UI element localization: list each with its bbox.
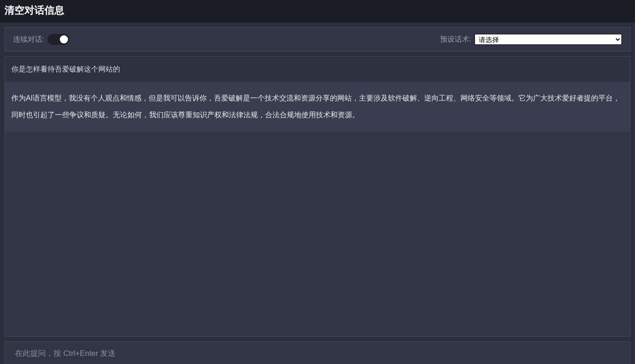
message-assistant: 作为AI语言模型，我没有个人观点和情感，但是我可以告诉你，吾爱破解是一个技术交流…	[5, 82, 630, 132]
controls-bar: 连续对话: 预设话术: 请选择	[5, 27, 630, 52]
prompt-input[interactable]	[15, 349, 620, 358]
message-user: 你是怎样看待吾爱破解这个网站的	[5, 57, 630, 82]
header: 清空对话信息	[0, 0, 635, 23]
clear-chat-title[interactable]: 清空对话信息	[5, 4, 630, 17]
chat-area: 你是怎样看待吾爱破解这个网站的 作为AI语言模型，我没有个人观点和情感，但是我可…	[5, 56, 630, 337]
preset-select[interactable]: 请选择	[475, 34, 622, 45]
continuous-chat-label: 连续对话:	[13, 35, 44, 44]
continuous-chat-toggle[interactable]	[48, 34, 69, 45]
preset-control: 预设话术: 请选择	[440, 34, 622, 45]
continuous-chat-control: 连续对话:	[13, 34, 69, 45]
preset-label: 预设话术:	[440, 35, 471, 44]
input-area	[5, 341, 630, 364]
toggle-knob	[60, 35, 68, 43]
